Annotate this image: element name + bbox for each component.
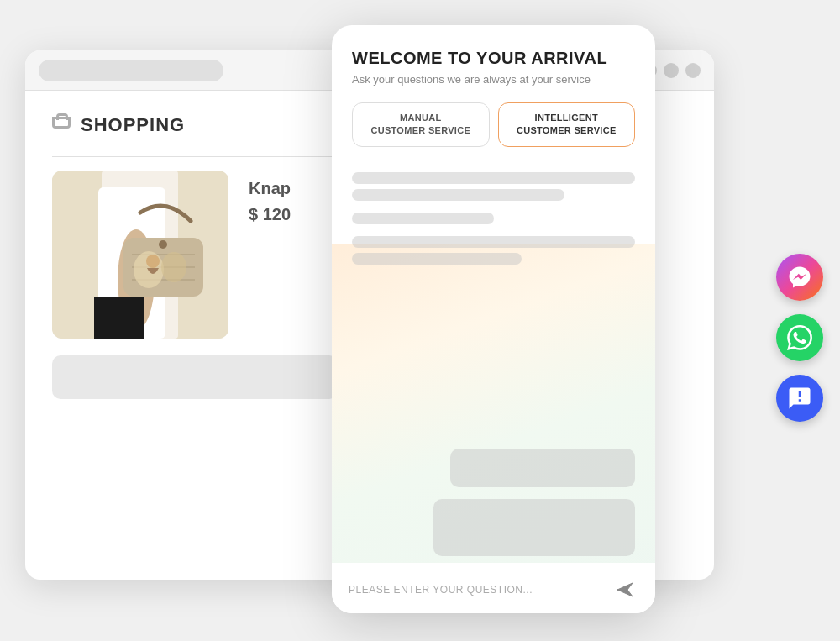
tab-manual-service[interactable]: MANUAL CUSTOMER SERVICE [352, 102, 490, 147]
browser-dot-2 [664, 63, 679, 78]
msg-line-1 [352, 172, 635, 184]
msg-line-2 [352, 189, 564, 201]
cart-icon [52, 117, 72, 134]
chat-messages [332, 164, 655, 565]
chat-subtitle: Ask your questions we are always at your… [352, 73, 635, 86]
product-name: Knap [249, 179, 291, 198]
browser-dot-3 [685, 63, 701, 78]
chat-header: WELCOME TO YOUR ARRIVAL Ask your questio… [332, 25, 655, 102]
send-icon [616, 581, 634, 598]
product-info: Knap $ 120 [249, 171, 291, 339]
svg-rect-4 [94, 297, 144, 339]
browser-url-bar [39, 60, 223, 81]
svg-point-11 [161, 252, 186, 282]
chat-input-area[interactable]: PLEASE ENTER YOUR QUESTION... [332, 565, 655, 613]
user-message-2 [352, 499, 635, 556]
msg-line-3 [352, 213, 494, 224]
user-message-1 [352, 449, 635, 487]
whatsapp-icon [787, 325, 812, 350]
bot-message-2 [352, 213, 635, 224]
send-button[interactable] [612, 576, 638, 603]
scene: SHOPPING [0, 0, 840, 641]
support-icon [787, 386, 812, 411]
chat-spacer [352, 276, 635, 437]
social-icons [776, 254, 823, 422]
tab-intelligent-service[interactable]: INTELLIGENT CUSTOMER SERVICE [498, 102, 636, 147]
user-bubble-2 [433, 499, 635, 556]
msg-line-4 [352, 236, 635, 248]
messenger-button[interactable] [776, 254, 823, 301]
chat-widget: WELCOME TO YOUR ARRIVAL Ask your questio… [332, 25, 655, 613]
msg-line-5 [352, 253, 522, 265]
messenger-icon [787, 265, 812, 290]
bottom-bar-skeleton [52, 355, 338, 399]
product-price: $ 120 [249, 205, 291, 224]
bot-message-3 [352, 236, 635, 265]
shopping-title: SHOPPING [81, 114, 185, 136]
whatsapp-button[interactable] [776, 314, 823, 361]
service-tabs: MANUAL CUSTOMER SERVICE INTELLIGENT CUST… [332, 102, 655, 164]
chat-input-placeholder: PLEASE ENTER YOUR QUESTION... [349, 584, 601, 596]
svg-point-12 [146, 255, 160, 268]
bot-message-1 [352, 172, 635, 201]
user-bubble-1 [450, 449, 635, 487]
chat-title: WELCOME TO YOUR ARRIVAL [352, 49, 635, 68]
support-button[interactable] [776, 375, 823, 422]
product-image [52, 171, 228, 339]
svg-point-9 [159, 240, 167, 249]
